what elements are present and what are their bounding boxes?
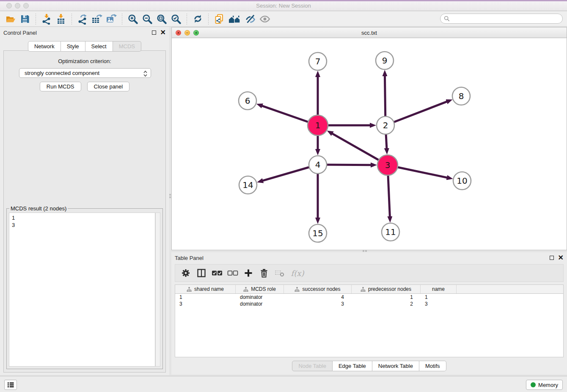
network-graph[interactable]: 7968124314101511 xyxy=(172,38,567,250)
memory-label: Memory xyxy=(538,382,558,388)
show-column-icon[interactable] xyxy=(195,267,208,279)
mcds-result-line: 1 xyxy=(12,214,152,221)
table-cell[interactable]: 2 xyxy=(352,301,421,307)
hide-selected-eye-slash-icon[interactable] xyxy=(244,13,257,25)
import-network-icon[interactable] xyxy=(40,13,53,25)
column-header-label: successor nodes xyxy=(302,286,340,292)
export-table-icon[interactable] xyxy=(91,13,103,25)
optimization-criterion-label: Optimization criterion: xyxy=(4,58,165,64)
zoom-selected-icon[interactable] xyxy=(170,13,182,25)
table-cell[interactable]: dominator xyxy=(236,301,284,307)
table-cell[interactable]: 3 xyxy=(284,301,352,307)
tab-edge-table[interactable]: Edge Table xyxy=(333,361,372,371)
column-header-label: MCDS role xyxy=(251,286,276,292)
graph-node-label: 3 xyxy=(385,160,391,170)
tab-mcds[interactable]: MCDS xyxy=(113,41,141,52)
hierarchy-icon xyxy=(295,287,300,292)
tab-network[interactable]: Network xyxy=(28,41,61,52)
table-panel: Table Panel ✕ f(x) shared nameMCDS xyxy=(171,252,567,375)
refresh-icon[interactable] xyxy=(191,13,204,25)
toolbar-separator xyxy=(122,14,122,25)
network-window-titlebar[interactable]: × − + scc.txt xyxy=(172,28,567,38)
toolbar-separator xyxy=(36,14,36,25)
network-window-title: scc.txt xyxy=(172,30,567,36)
select-all-icon[interactable] xyxy=(211,267,223,279)
mcds-result-scrollbar[interactable] xyxy=(155,213,160,367)
add-row-plus-icon[interactable] xyxy=(242,267,255,279)
table-cell[interactable]: 1 xyxy=(175,294,236,301)
tab-node-table[interactable]: Node Table xyxy=(292,361,333,371)
node-table: shared nameMCDS rolesuccessor nodesprede… xyxy=(175,284,564,357)
control-panel-title: Control Panel xyxy=(3,30,37,36)
close-panel-button[interactable]: Close panel xyxy=(87,82,130,91)
open-session-icon[interactable] xyxy=(4,13,17,25)
houses-icon[interactable] xyxy=(227,13,242,25)
table-row[interactable]: 3dominator323 xyxy=(175,301,563,307)
column-header-name[interactable]: name xyxy=(421,285,457,293)
selected-option-label: strongly connected component xyxy=(25,70,99,76)
search-icon xyxy=(444,16,450,22)
memory-button[interactable]: Memory xyxy=(526,380,563,390)
hierarchy-icon xyxy=(361,287,366,292)
show-all-eye-icon[interactable] xyxy=(259,13,271,25)
search-field[interactable] xyxy=(440,14,563,24)
column-header-label: shared name xyxy=(194,286,224,292)
graph-node-label: 11 xyxy=(385,227,396,237)
table-cell[interactable]: 1 xyxy=(352,294,421,301)
network-canvas[interactable]: 7968124314101511 xyxy=(172,38,567,250)
table-row[interactable]: 1dominator411 xyxy=(175,294,563,301)
zoom-out-icon[interactable] xyxy=(141,13,154,25)
graph-node-label: 15 xyxy=(312,228,323,238)
table-cell[interactable]: 3 xyxy=(175,301,236,307)
tab-motifs[interactable]: Motifs xyxy=(419,361,446,371)
graph-edge-2-8[interactable] xyxy=(385,102,447,125)
table-panel-header: Table Panel ✕ xyxy=(171,252,567,263)
mcds-panel-body: Optimization criterion: strongly connect… xyxy=(3,50,166,373)
close-table-panel-icon[interactable]: ✕ xyxy=(558,256,564,260)
column-header-predecessor-nodes[interactable]: predecessor nodes xyxy=(352,285,421,293)
table-cell[interactable]: dominator xyxy=(236,294,284,301)
table-options-gear-icon[interactable] xyxy=(179,267,192,279)
export-image-icon[interactable] xyxy=(105,13,118,25)
run-mcds-button[interactable]: Run MCDS xyxy=(40,82,81,91)
graph-node-label: 1 xyxy=(315,120,321,130)
save-session-icon[interactable] xyxy=(19,13,31,25)
window-titlebar: Session: New Session xyxy=(0,0,567,11)
list-icon xyxy=(7,381,14,388)
column-header-label: name xyxy=(432,286,445,292)
tab-style[interactable]: Style xyxy=(61,41,85,52)
table-cell[interactable]: 3 xyxy=(421,301,457,307)
table-cell[interactable]: 1 xyxy=(421,294,457,301)
tab-select[interactable]: Select xyxy=(85,41,113,52)
zoom-fit-icon[interactable] xyxy=(155,13,168,25)
select-spinner-icon xyxy=(143,70,147,78)
column-header-successor-nodes[interactable]: successor nodes xyxy=(284,285,352,293)
hierarchy-icon xyxy=(243,287,248,292)
export-network-icon[interactable] xyxy=(76,13,89,25)
clone-network-icon[interactable] xyxy=(213,13,226,25)
window-title: Session: New Session xyxy=(0,3,567,9)
column-header-MCDS-role[interactable]: MCDS role xyxy=(236,285,284,293)
tab-network-table[interactable]: Network Table xyxy=(372,361,419,371)
search-input[interactable] xyxy=(452,16,562,22)
delete-row-trash-icon[interactable] xyxy=(258,267,270,279)
mcds-result-text[interactable]: 13 xyxy=(9,213,155,367)
graph-node-label: 4 xyxy=(315,160,321,170)
column-header-shared-name[interactable]: shared name xyxy=(175,285,236,293)
toolbar-separator xyxy=(187,14,187,25)
task-history-list-button[interactable] xyxy=(4,380,17,390)
unselect-all-icon[interactable] xyxy=(226,267,239,279)
zoom-in-icon[interactable] xyxy=(127,13,139,25)
optimization-criterion-select[interactable]: strongly connected component xyxy=(19,68,151,78)
import-table-icon[interactable] xyxy=(55,13,67,25)
graph-node-label: 8 xyxy=(459,91,464,101)
function-builder-fx-icon: f(x) xyxy=(289,267,306,279)
table-header-row: shared nameMCDS rolesuccessor nodesprede… xyxy=(175,285,563,294)
close-panel-icon[interactable]: ✕ xyxy=(160,30,166,35)
float-table-panel-icon[interactable] xyxy=(550,256,554,260)
float-panel-icon[interactable] xyxy=(152,30,156,35)
table-toolbar: f(x) xyxy=(175,264,564,282)
toolbar-separator xyxy=(208,14,209,25)
memory-status-icon xyxy=(531,382,536,387)
table-cell[interactable]: 4 xyxy=(284,294,352,301)
